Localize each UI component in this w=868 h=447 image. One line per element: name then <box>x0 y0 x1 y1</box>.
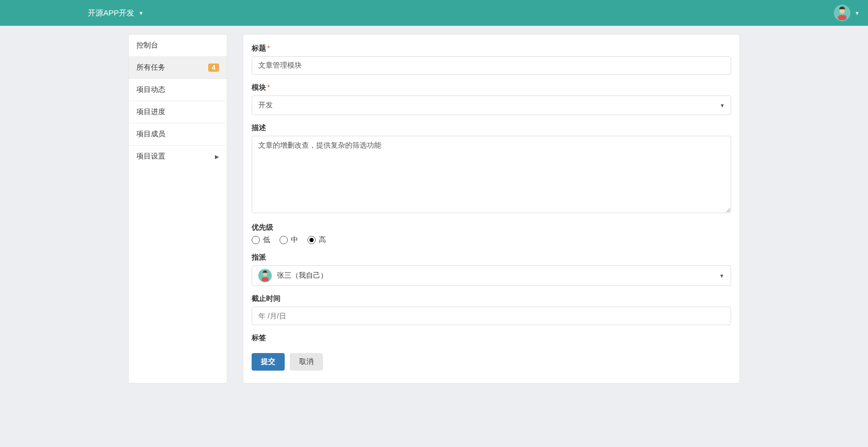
label-deadline: 截止时间 <box>252 294 731 304</box>
radio-icon <box>252 236 260 244</box>
assignee-name: 张三（我自己） <box>277 271 328 280</box>
svg-point-0 <box>840 9 845 14</box>
priority-low-label: 低 <box>263 235 270 245</box>
chevron-right-icon: ▶ <box>215 154 219 159</box>
avatar <box>834 5 850 21</box>
label-module-text: 模块 <box>252 83 266 91</box>
radio-icon <box>307 236 316 244</box>
sidebar-item-progress[interactable]: 项目进度 <box>129 101 227 123</box>
radio-icon <box>280 236 288 244</box>
deadline-input[interactable] <box>252 307 731 325</box>
sidebar-item-settings[interactable]: 项目设置 ▶ <box>129 146 227 167</box>
assignee-select[interactable]: 张三（我自己） ▼ <box>252 265 731 286</box>
svg-rect-3 <box>261 277 268 281</box>
sidebar-item-dashboard[interactable]: 控制台 <box>129 35 227 57</box>
project-switcher[interactable]: 开源APP开发 ▼ <box>88 8 144 18</box>
sidebar-item-label: 项目成员 <box>136 130 165 139</box>
svg-rect-1 <box>838 15 847 20</box>
module-select-value: 开发 <box>258 101 273 109</box>
caret-down-icon: ▼ <box>719 273 724 279</box>
sidebar-item-all-tasks[interactable]: 所有任务 4 <box>129 57 227 79</box>
task-count-badge: 4 <box>208 63 219 72</box>
caret-down-icon: ▼ <box>138 10 144 16</box>
topbar: 开源APP开发 ▼ ▼ <box>0 0 868 26</box>
sidebar-item-activity[interactable]: 项目动态 <box>129 79 227 101</box>
cancel-button[interactable]: 取消 <box>290 353 323 371</box>
sidebar-item-label: 项目动态 <box>136 85 165 94</box>
sidebar-item-label: 项目进度 <box>136 107 165 117</box>
required-mark: * <box>267 44 270 52</box>
caret-down-icon: ▼ <box>855 10 860 16</box>
project-title: 开源APP开发 <box>88 8 134 18</box>
label-title: 标题* <box>252 44 731 53</box>
sidebar-item-label: 所有任务 <box>136 63 165 72</box>
label-title-text: 标题 <box>252 44 266 52</box>
sidebar-item-label: 控制台 <box>136 41 158 50</box>
sidebar: 控制台 所有任务 4 项目动态 项目进度 项目成员 项目设置 ▶ <box>128 34 227 384</box>
description-textarea[interactable] <box>252 136 731 213</box>
label-tags: 标签 <box>252 333 731 343</box>
title-input[interactable] <box>252 56 731 75</box>
priority-high-label: 高 <box>319 235 326 245</box>
submit-button[interactable]: 提交 <box>252 353 285 371</box>
priority-radio-group: 低 中 高 <box>252 235 731 245</box>
avatar <box>258 269 272 282</box>
user-menu[interactable]: ▼ <box>834 5 860 21</box>
svg-point-2 <box>263 272 267 276</box>
module-select[interactable]: 开发 <box>252 95 731 115</box>
priority-high[interactable]: 高 <box>307 235 326 245</box>
priority-low[interactable]: 低 <box>252 235 270 245</box>
task-form: 标题* 模块* 开发 ▼ 描述 优先级 低 <box>243 34 740 384</box>
sidebar-item-label: 项目设置 <box>136 152 165 161</box>
priority-mid-label: 中 <box>291 235 298 245</box>
sidebar-item-members[interactable]: 项目成员 <box>129 123 227 146</box>
label-description: 描述 <box>252 123 731 133</box>
label-module: 模块* <box>252 83 731 92</box>
label-assign: 指派 <box>252 253 731 262</box>
priority-mid[interactable]: 中 <box>280 235 298 245</box>
required-mark: * <box>267 83 270 91</box>
label-priority: 优先级 <box>252 223 731 232</box>
